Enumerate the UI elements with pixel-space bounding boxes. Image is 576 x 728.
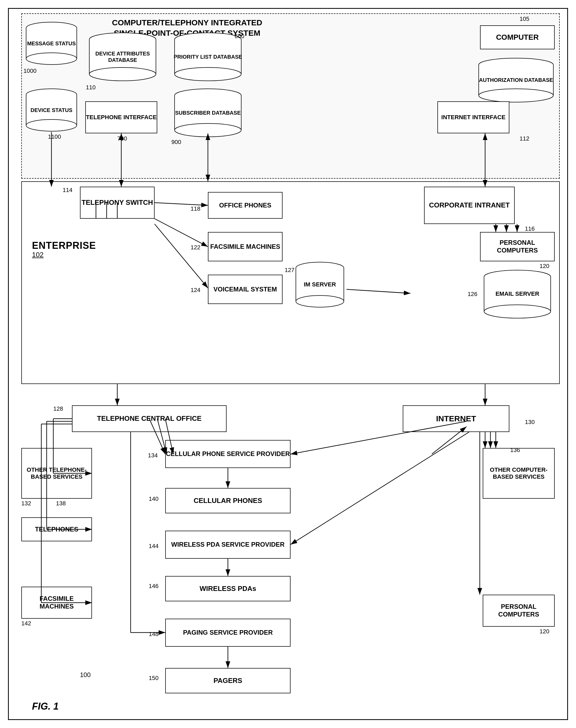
internet-box: INTERNET	[403, 405, 509, 432]
ref-112: 112	[519, 135, 529, 142]
authorization-db: AUTHORIZATION DATABASE	[475, 57, 557, 103]
svg-point-29	[175, 123, 241, 137]
telephone-interface: TELEPHONE INTERFACE	[85, 101, 157, 133]
ref-132: 132	[21, 500, 31, 507]
subscriber-db: SUBSCRIBER DATABASE	[171, 88, 245, 137]
ref-1100: 1100	[48, 133, 61, 140]
ref-120-ent: 120	[540, 263, 549, 270]
page: FIG. 1 100 COMPUTER/TELEPHONY INTEGRATED…	[0, 0, 576, 728]
ref-146: 146	[149, 583, 159, 590]
ref-130: 130	[525, 419, 535, 426]
svg-point-24	[26, 119, 77, 131]
ref-1000: 1000	[24, 67, 36, 75]
enterprise-label: ENTERPRISE	[32, 240, 96, 251]
paging-sp: PAGING SERVICE PROVIDER	[165, 619, 291, 647]
tel-central-office: TELEPHONE CENTRAL OFFICE	[72, 405, 227, 432]
ref-114: 114	[63, 187, 73, 194]
other-tel-services: OTHER TELEPHONE- BASED SERVICES	[21, 448, 92, 499]
ref-138-label: 138	[56, 500, 66, 507]
device-attr-db: DEVICE ATTRIBUTES DATABASE	[85, 32, 160, 81]
corporate-intranet: CORPORATE INTRANET	[424, 187, 515, 224]
svg-point-19	[26, 53, 77, 64]
ref-150: 150	[149, 675, 159, 681]
ref-100: 100	[80, 671, 91, 679]
ref-124: 124	[191, 287, 200, 293]
ref-140: 140	[149, 496, 159, 502]
telephony-switch: TELEPHONY SWITCH	[80, 187, 154, 219]
ref-110: 110	[86, 84, 96, 91]
device-status: DEVICE STATUS	[24, 88, 80, 132]
ref-142: 142	[21, 620, 31, 627]
priority-list-db: PRIORITY LIST DATABASE	[171, 32, 245, 81]
telephones-box: TELEPHONES	[21, 517, 92, 541]
personal-computers-ext: PERSONAL COMPUTERS	[483, 595, 555, 627]
facsimile-machines-ent: FACSIMILE MACHINES	[208, 232, 283, 261]
ref-116: 116	[525, 225, 535, 232]
svg-point-14	[175, 67, 241, 81]
message-status: MESSAGE STATUS	[24, 21, 80, 65]
fig-label: FIG. 1	[32, 701, 59, 712]
wireless-pda-sp: WIRELESS PDA SERVICE PROVIDER	[165, 531, 291, 559]
internet-interface: INTERNET INTERFACE	[437, 101, 509, 133]
svg-point-9	[89, 67, 156, 81]
ref-126: 126	[467, 291, 478, 298]
facsimile-machines-ext: FACSIMILE MACHINES	[21, 587, 92, 619]
ref-127: 127	[285, 267, 294, 274]
ref-134: 134	[148, 452, 158, 459]
ref-102: 102	[32, 251, 44, 259]
svg-point-39	[484, 305, 551, 318]
wireless-pdas: WIRELESS PDAs	[165, 576, 291, 601]
ref-900: 900	[171, 139, 181, 146]
email-server: EMAIL SERVER	[480, 269, 555, 319]
ref-120-ext: 120	[540, 628, 549, 635]
other-computer-services: OTHER COMPUTER- BASED SERVICES	[483, 448, 555, 499]
personal-computers-ent: PERSONAL COMPUTERS	[480, 232, 555, 261]
svg-point-4	[479, 89, 553, 102]
voicemail-system: VOICEMAIL SYSTEM	[208, 275, 283, 304]
ref-144: 144	[149, 543, 159, 550]
computer-box: COMPUTER	[480, 25, 555, 49]
ref-122: 122	[191, 244, 200, 251]
ref-118: 118	[191, 205, 200, 212]
ref-148: 148	[149, 631, 159, 638]
ref-136: 136	[510, 447, 520, 454]
svg-point-34	[296, 296, 344, 307]
im-server: IM SERVER	[293, 261, 346, 308]
pagers-box: PAGERS	[165, 668, 291, 693]
office-phones: OFFICE PHONES	[208, 192, 283, 219]
ref-700: 700	[117, 135, 127, 142]
cellular-phones: CELLULAR PHONES	[165, 488, 291, 513]
ref-128: 128	[53, 405, 63, 412]
cellular-phone-sp: CELLULAR PHONE SERVICE PROVIDER	[165, 440, 291, 468]
ref-600: 600	[235, 33, 244, 40]
ref-105: 105	[519, 16, 529, 22]
